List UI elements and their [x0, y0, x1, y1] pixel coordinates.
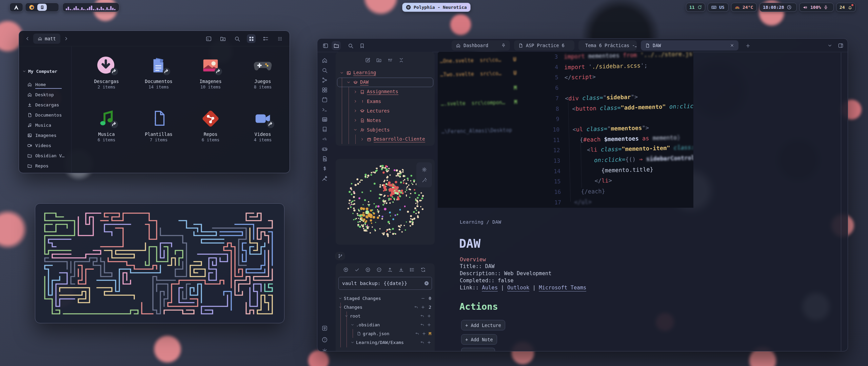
ribbon-tools-icon[interactable]	[321, 175, 328, 182]
back-button[interactable]	[23, 34, 32, 43]
ribbon-search-icon[interactable]	[321, 67, 328, 74]
firefox-icon[interactable]	[28, 4, 35, 11]
ribbon-terminal-icon[interactable]	[321, 106, 328, 113]
tree-item-notes[interactable]: Notes	[336, 116, 435, 125]
workspace-switcher[interactable]	[25, 3, 59, 12]
close-tab-icon[interactable]	[730, 43, 734, 48]
tree-item-daw[interactable]: DAW	[336, 78, 435, 87]
git-circle-minus-button[interactable]	[374, 267, 385, 272]
ribbon-home-icon[interactable]	[321, 57, 328, 64]
git-row-learning-daw-exams[interactable]: Learning/DAW/Exams	[336, 338, 435, 347]
git-refresh-button[interactable]	[418, 267, 429, 272]
sidebar-item-desktop[interactable]: Desktop	[27, 89, 54, 100]
new-note-button[interactable]	[365, 57, 371, 63]
git-change-list-button[interactable]	[407, 267, 418, 272]
button--add-lecture[interactable]: + Add Lecture	[461, 320, 505, 330]
partial-action-button[interactable]	[461, 348, 495, 351]
clock-widget[interactable]: 18:08:28	[760, 3, 797, 12]
menu-grid-button[interactable]	[275, 34, 284, 43]
ribbon-vault-icon[interactable]	[321, 325, 328, 332]
sidebar-item-imagenes[interactable]: Imagenes	[27, 130, 57, 140]
breadcrumb[interactable]: matt	[33, 34, 60, 44]
tab-dashboard[interactable]: Dashboard	[452, 40, 510, 50]
folder-button[interactable]	[332, 41, 341, 50]
ribbon-cards-icon[interactable]	[321, 87, 328, 94]
git-commit-up-button[interactable]	[340, 267, 352, 272]
new-tab-button[interactable]	[743, 41, 752, 50]
new-folder-button[interactable]	[218, 34, 227, 43]
tab-daw[interactable]: DAW	[641, 40, 738, 50]
terminal-badge-button[interactable]: $_	[204, 34, 213, 43]
ribbon-dollar-icon[interactable]	[321, 165, 328, 172]
bookmark-button[interactable]	[357, 41, 367, 50]
workspace-active[interactable]	[37, 4, 47, 11]
note-link-microsoft-teams[interactable]: Microsoft Teams	[539, 285, 586, 291]
ribbon-graph-icon[interactable]	[321, 77, 328, 84]
collapse-button[interactable]	[398, 57, 404, 63]
ribbon-book-icon[interactable]	[321, 126, 328, 133]
right-sidebar-toggle[interactable]	[836, 41, 845, 50]
ribbon-help-icon[interactable]: ?	[321, 337, 328, 343]
sidebar-root[interactable]: My Computer	[22, 69, 57, 74]
sort-button[interactable]	[387, 57, 393, 63]
tree-item-lectures[interactable]: Lectures	[336, 106, 435, 116]
git-circle-plus-button[interactable]	[362, 267, 374, 272]
folder-documentos[interactable]: Documentos14 items	[138, 55, 179, 89]
git-row--obsidian[interactable]: .obsidian	[336, 320, 435, 329]
tab-asp-practice-6[interactable]: ASP Practice 6	[514, 40, 574, 50]
ribbon-code-icon[interactable]: <%	[321, 136, 328, 143]
folder-musica[interactable]: Musica6 items	[86, 108, 127, 142]
git-row-changes[interactable]: Changes2	[336, 303, 435, 311]
ribbon-settings-icon[interactable]	[321, 348, 328, 351]
git-check-button[interactable]	[352, 267, 363, 272]
updates-widget[interactable]: 11	[686, 3, 705, 12]
sidebar-item-home[interactable]: Home	[27, 79, 46, 89]
audio-widget[interactable]: 100%	[799, 3, 834, 12]
sidebar-item-obsidianv[interactable]: Obsidian V…	[27, 150, 64, 161]
commit-message-input[interactable]	[338, 277, 432, 290]
sidebar-item-videos[interactable]: Videos	[27, 140, 51, 150]
sidebar-toggle-button[interactable]	[321, 41, 330, 50]
grid-view-button[interactable]	[247, 34, 256, 43]
search-button[interactable]	[233, 34, 241, 43]
clear-input-icon[interactable]	[424, 281, 429, 286]
now-playing-widget[interactable]: Polyphia - Neurotica	[402, 3, 471, 12]
note-breadcrumb[interactable]: Learning / DAW	[460, 219, 501, 225]
tree-item-subjects[interactable]: Subjects	[336, 125, 435, 135]
ribbon-table-icon[interactable]	[321, 116, 328, 123]
note-link-aules[interactable]: Aules	[482, 285, 498, 291]
note-link-outlook[interactable]: Outlook	[507, 285, 529, 291]
tree-item-learning[interactable]: Learning	[336, 68, 435, 78]
sidebar-item-documentos[interactable]: Documentos	[27, 110, 62, 120]
folder-plantillas[interactable]: Plantillas7 items	[138, 108, 179, 142]
tree-item-assignments[interactable]: Assignments	[336, 87, 435, 97]
launcher-button[interactable]	[9, 3, 23, 12]
pin-icon[interactable]	[501, 43, 506, 48]
button--add-note[interactable]: + Add Note	[461, 334, 497, 345]
folder-descargas[interactable]: Descargas2 items	[86, 55, 127, 89]
list-view-button[interactable]	[261, 34, 270, 43]
ribbon-gamepad-icon[interactable]	[321, 146, 328, 152]
sidebar-item-repos[interactable]: Repos	[27, 161, 48, 171]
sidebar-item-musica[interactable]: Musica	[27, 120, 51, 130]
tab-tema-6-pr-cticas-[interactable]: Tema 6 Prácticas -…	[578, 40, 637, 50]
tree-item-exams[interactable]: !Exams	[336, 97, 435, 106]
note-title[interactable]: DAW	[459, 237, 480, 250]
sidebar-item-descargas[interactable]: Descargas	[27, 100, 59, 110]
folder-imagenes[interactable]: Imagenes10 items	[190, 55, 231, 89]
gear-icon[interactable]	[421, 167, 427, 172]
sidebar-item-juegos[interactable]: Juegos	[27, 171, 51, 173]
wand-icon[interactable]	[421, 177, 427, 183]
new-folder-button[interactable]	[376, 57, 382, 63]
git-badge[interactable]	[335, 252, 345, 260]
search-button[interactable]	[346, 41, 355, 50]
notifications-widget[interactable]: 24	[836, 3, 856, 12]
git-row-root[interactable]: root	[336, 311, 435, 320]
ribbon-file-search-icon[interactable]	[321, 156, 328, 162]
weather-widget[interactable]: 24°C	[731, 3, 757, 12]
ribbon-calendar-icon[interactable]	[321, 97, 328, 103]
folder-videos[interactable]: Videos4 items	[242, 108, 283, 142]
git-row-staged-changes[interactable]: Staged Changes0	[336, 294, 435, 303]
forward-button[interactable]	[62, 34, 71, 43]
tree-item-desarrollo-cliente[interactable]: Desarrollo-Cliente	[336, 135, 435, 144]
